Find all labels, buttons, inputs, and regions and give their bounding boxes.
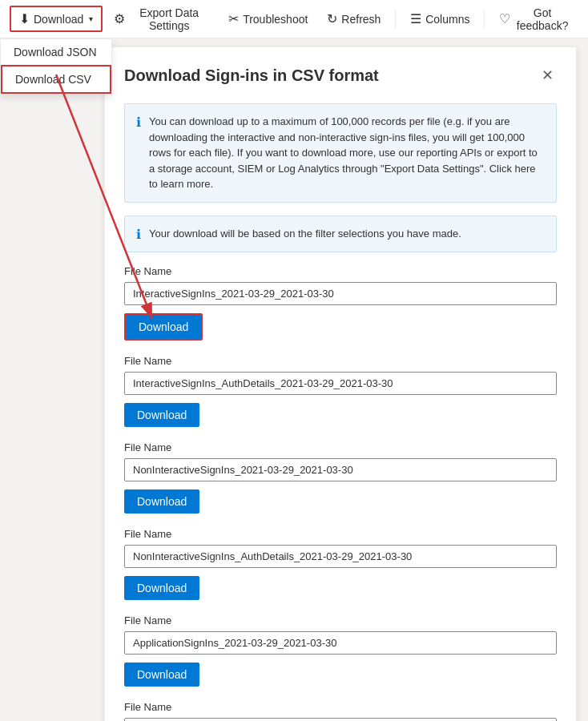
file-input-1[interactable] bbox=[124, 372, 557, 395]
download-file-button-1[interactable]: Download bbox=[124, 403, 199, 427]
download-icon: ⬇ bbox=[19, 11, 30, 26]
file-label-3: File Name bbox=[124, 528, 557, 540]
info-text-2: Your download will be based on the filte… bbox=[149, 226, 461, 242]
divider2 bbox=[484, 10, 485, 29]
chevron-down-icon: ▾ bbox=[89, 14, 93, 23]
file-label-4: File Name bbox=[124, 614, 557, 626]
settings-icon: ⚙ bbox=[114, 11, 125, 26]
file-label-1: File Name bbox=[124, 355, 557, 367]
file-input-2[interactable] bbox=[124, 458, 557, 481]
columns-button[interactable]: ☰ Columns bbox=[402, 7, 477, 30]
feedback-button[interactable]: ♡ Got feedback? bbox=[491, 2, 578, 36]
refresh-label: Refresh bbox=[341, 13, 381, 26]
file-section-0: File NameDownload bbox=[124, 265, 557, 340]
columns-label: Columns bbox=[425, 13, 469, 26]
file-section-5: File NameDownload bbox=[124, 701, 557, 722]
download-csv-item[interactable]: Download CSV bbox=[1, 65, 111, 94]
close-button[interactable]: ✕ bbox=[538, 63, 557, 87]
download-file-button-0[interactable]: Download bbox=[124, 313, 203, 340]
export-data-settings-button[interactable]: ⚙ Export Data Settings bbox=[106, 2, 217, 36]
download-label: Download bbox=[34, 13, 83, 26]
modal-header: Download Sign-ins in CSV format ✕ bbox=[124, 63, 557, 87]
feedback-label: Got feedback? bbox=[514, 6, 570, 32]
file-input-5[interactable] bbox=[124, 718, 557, 722]
troubleshoot-label: Troubleshoot bbox=[243, 13, 308, 26]
info-text-1: You can download up to a maximum of 100,… bbox=[149, 114, 545, 192]
download-button[interactable]: ⬇ Download ▾ bbox=[10, 6, 103, 32]
toolbar: ⬇ Download ▾ ⚙ Export Data Settings ✂ Tr… bbox=[0, 0, 588, 38]
troubleshoot-button[interactable]: ✂ Troubleshoot bbox=[220, 7, 316, 30]
download-file-button-3[interactable]: Download bbox=[124, 576, 199, 600]
divider bbox=[395, 10, 396, 29]
file-label-0: File Name bbox=[124, 265, 557, 277]
file-sections: File NameDownloadFile NameDownloadFile N… bbox=[124, 265, 557, 722]
info-box-2: ℹ Your download will be based on the fil… bbox=[124, 215, 557, 252]
file-label-2: File Name bbox=[124, 441, 557, 453]
info-box-1: ℹ You can download up to a maximum of 10… bbox=[124, 103, 557, 203]
file-section-3: File NameDownload bbox=[124, 528, 557, 600]
info-icon-1: ℹ bbox=[136, 115, 141, 130]
export-label: Export Data Settings bbox=[129, 6, 209, 32]
file-section-1: File NameDownload bbox=[124, 355, 557, 427]
wrench-icon: ✂ bbox=[228, 11, 239, 26]
file-section-2: File NameDownload bbox=[124, 441, 557, 514]
main-content: Download Sign-ins in CSV format ✕ ℹ You … bbox=[0, 38, 588, 721]
file-section-4: File NameDownload bbox=[124, 614, 557, 687]
download-dropdown: Download JSON Download CSV bbox=[0, 38, 112, 95]
modal-title: Download Sign-ins in CSV format bbox=[124, 66, 379, 85]
file-input-4[interactable] bbox=[124, 631, 557, 655]
download-file-button-4[interactable]: Download bbox=[124, 663, 199, 687]
download-file-button-2[interactable]: Download bbox=[124, 489, 199, 514]
heart-icon: ♡ bbox=[499, 11, 510, 26]
columns-icon: ☰ bbox=[410, 11, 421, 26]
file-input-3[interactable] bbox=[124, 545, 557, 568]
file-input-0[interactable] bbox=[124, 282, 557, 305]
modal-panel: Download Sign-ins in CSV format ✕ ℹ You … bbox=[104, 46, 577, 721]
refresh-button[interactable]: ↻ Refresh bbox=[319, 7, 389, 30]
file-label-5: File Name bbox=[124, 701, 557, 713]
refresh-icon: ↻ bbox=[327, 11, 337, 26]
download-json-item[interactable]: Download JSON bbox=[1, 39, 111, 65]
info-icon-2: ℹ bbox=[136, 227, 141, 242]
